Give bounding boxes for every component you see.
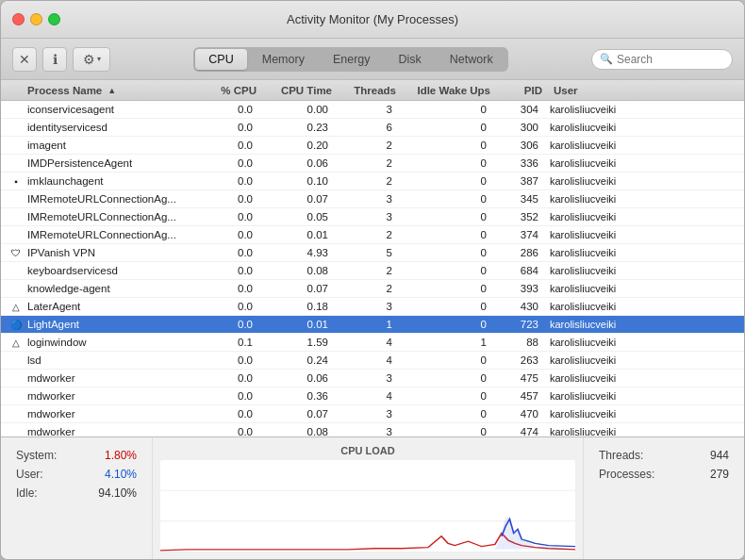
table-row[interactable]: lsd 0.0 0.24 4 0 263 karolisliucveiki xyxy=(1,352,744,370)
tab-network[interactable]: Network xyxy=(437,49,506,70)
stat-idle: Idle: 94.10% xyxy=(16,486,137,500)
cell-process-name: iconservicesagent xyxy=(1,102,194,117)
cell-process-name: mdworker xyxy=(1,424,194,436)
process-icon: 🔵 xyxy=(8,317,24,332)
close-icon-button[interactable]: ✕ xyxy=(12,47,37,72)
process-table[interactable]: iconservicesagent 0.0 0.00 3 0 304 karol… xyxy=(1,101,744,436)
search-input[interactable] xyxy=(617,53,724,66)
table-row[interactable]: 🛡 IPVanish VPN 0.0 4.93 5 0 286 karolisl… xyxy=(1,244,744,262)
table-row[interactable]: keyboardservicesd 0.0 0.08 2 0 684 karol… xyxy=(1,262,744,280)
cell-idle-wake-ups: 0 xyxy=(400,247,494,258)
cell-process-name: 🔵 LightAgent xyxy=(1,317,194,332)
table-row[interactable]: mdworker 0.0 0.36 4 0 457 karolisliucvei… xyxy=(1,387,744,405)
cell-process-name: IMRemoteURLConnectionAg... xyxy=(1,227,194,242)
cell-idle-wake-ups: 0 xyxy=(400,104,494,115)
col-header-pid[interactable]: PID xyxy=(498,85,550,96)
cell-threads: 6 xyxy=(336,122,400,133)
stat-user: User: 4.10% xyxy=(16,468,137,481)
tab-cpu[interactable]: CPU xyxy=(195,49,246,70)
cell-user: karolisliucveiki xyxy=(546,175,744,187)
cell-cpu: 0.0 xyxy=(194,319,260,330)
process-icon xyxy=(8,102,24,117)
cell-user: karolisliucveiki xyxy=(546,193,744,205)
cell-cpu: 0.0 xyxy=(194,372,260,384)
table-row[interactable]: IMDPersistenceAgent 0.0 0.06 2 0 336 kar… xyxy=(1,155,744,173)
table-row[interactable]: △ loginwindow 0.1 1.59 4 1 88 karolisliu… xyxy=(1,334,744,352)
process-icon xyxy=(8,406,24,421)
cell-user: karolisliucveiki xyxy=(546,319,744,330)
cell-threads: 2 xyxy=(336,140,400,151)
table-row[interactable]: ▪ imklaunchagent 0.0 0.10 2 0 387 karoli… xyxy=(1,173,744,190)
bottom-panel: System: 1.80% User: 4.10% Idle: 94.10% C… xyxy=(1,436,744,559)
stat-system-label: System: xyxy=(16,449,57,462)
table-row[interactable]: knowledge-agent 0.0 0.07 2 0 393 karolis… xyxy=(1,280,744,298)
table-row[interactable]: iconservicesagent 0.0 0.00 3 0 304 karol… xyxy=(1,101,744,119)
minimize-button[interactable] xyxy=(30,13,42,25)
col-header-threads[interactable]: Threads xyxy=(339,85,404,96)
col-header-cpu[interactable]: % CPU xyxy=(198,85,264,96)
col-header-cpu-time[interactable]: CPU Time xyxy=(264,85,339,96)
stat-user-label: User: xyxy=(16,468,43,481)
table-row[interactable]: mdworker 0.0 0.08 3 0 474 karolisliucvei… xyxy=(1,423,744,436)
cell-pid: 457 xyxy=(494,390,546,402)
stat-processes-value: 279 xyxy=(710,468,729,481)
table-row[interactable]: IMRemoteURLConnectionAg... 0.0 0.01 2 0 … xyxy=(1,226,744,244)
maximize-button[interactable] xyxy=(48,13,60,25)
cell-user: karolisliucveiki xyxy=(546,211,744,222)
close-button[interactable] xyxy=(12,13,25,25)
cell-threads: 3 xyxy=(336,301,400,312)
cell-cpu: 0.0 xyxy=(194,193,260,205)
cell-idle-wake-ups: 0 xyxy=(400,157,494,169)
column-headers: Process Name ▲ % CPU CPU Time Threads Id… xyxy=(1,80,744,101)
table-row[interactable]: imagent 0.0 0.20 2 0 306 karolisliucveik… xyxy=(1,137,744,155)
cell-idle-wake-ups: 0 xyxy=(400,265,494,276)
cell-cpu-time: 0.06 xyxy=(260,157,336,169)
tab-energy[interactable]: Energy xyxy=(320,49,384,70)
cell-process-name: IMRemoteURLConnectionAg... xyxy=(1,209,194,224)
tab-disk[interactable]: Disk xyxy=(386,49,435,70)
tab-group: CPU Memory Energy Disk Network xyxy=(193,47,507,72)
cell-threads: 2 xyxy=(336,175,400,187)
col-header-idle-wake-ups[interactable]: Idle Wake Ups xyxy=(404,85,498,96)
cell-process-name: imagent xyxy=(1,138,194,153)
stat-system-value: 1.80% xyxy=(105,449,137,462)
cell-pid: 684 xyxy=(494,265,546,276)
cell-pid: 393 xyxy=(494,283,546,294)
cell-cpu: 0.0 xyxy=(194,140,260,151)
cell-cpu-time: 0.07 xyxy=(260,193,336,205)
cell-pid: 286 xyxy=(494,247,546,258)
process-icon xyxy=(8,281,24,296)
search-box[interactable]: 🔍 xyxy=(591,49,733,70)
col-header-user[interactable]: User xyxy=(550,85,740,96)
traffic-lights xyxy=(12,13,60,25)
cell-cpu-time: 0.00 xyxy=(260,104,336,115)
table-row[interactable]: IMRemoteURLConnectionAg... 0.0 0.05 3 0 … xyxy=(1,208,744,226)
table-row[interactable]: 🔵 LightAgent 0.0 0.01 1 0 723 karolisliu… xyxy=(1,316,744,334)
table-row[interactable]: IMRemoteURLConnectionAg... 0.0 0.07 3 0 … xyxy=(1,190,744,208)
gear-icon-button[interactable]: ⚙ ▾ xyxy=(73,47,110,72)
cell-threads: 2 xyxy=(336,283,400,294)
table-row[interactable]: identityservicesd 0.0 0.23 6 0 300 karol… xyxy=(1,119,744,137)
cell-process-name: IMRemoteURLConnectionAg... xyxy=(1,191,194,206)
cell-threads: 3 xyxy=(336,104,400,115)
table-row[interactable]: △ LaterAgent 0.0 0.18 3 0 430 karolisliu… xyxy=(1,298,744,316)
cell-idle-wake-ups: 0 xyxy=(400,372,494,384)
info-icon-button[interactable]: ℹ xyxy=(42,47,67,72)
cell-cpu-time: 0.06 xyxy=(260,372,336,384)
cell-cpu-time: 0.08 xyxy=(260,265,336,276)
process-icon xyxy=(8,424,24,436)
col-header-process-name[interactable]: Process Name ▲ xyxy=(5,85,198,96)
table-row[interactable]: mdworker 0.0 0.07 3 0 470 karolisliucvei… xyxy=(1,405,744,423)
cell-user: karolisliucveiki xyxy=(546,283,744,294)
table-row[interactable]: mdworker 0.0 0.06 3 0 475 karolisliucvei… xyxy=(1,370,744,387)
cell-user: karolisliucveiki xyxy=(546,247,744,258)
stat-processes-label: Processes: xyxy=(599,468,654,481)
stat-user-value: 4.10% xyxy=(105,468,137,481)
cell-process-name: mdworker xyxy=(1,371,194,386)
tab-memory[interactable]: Memory xyxy=(249,49,318,70)
cell-pid: 474 xyxy=(494,426,546,436)
stat-system: System: 1.80% xyxy=(16,449,137,462)
cell-cpu-time: 0.08 xyxy=(260,426,336,436)
cell-process-name: IMDPersistenceAgent xyxy=(1,156,194,171)
cell-threads: 3 xyxy=(336,211,400,222)
